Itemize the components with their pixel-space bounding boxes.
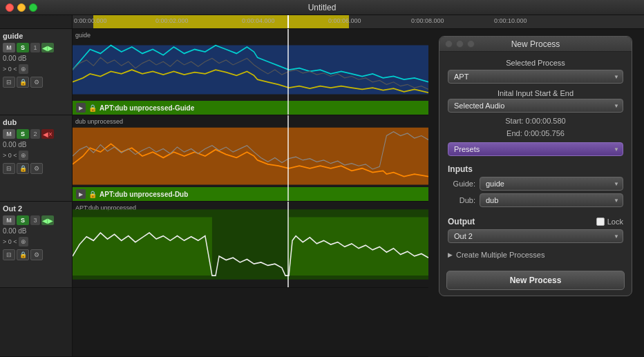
dub-speaker-button[interactable]: ◀× bbox=[41, 129, 54, 139]
out-vol-adjust[interactable]: ⊕ bbox=[19, 237, 28, 247]
presets-wrapper[interactable]: Presets bbox=[448, 142, 623, 156]
playhead bbox=[287, 15, 289, 28]
guide-icon-1[interactable]: ⊟ bbox=[3, 77, 15, 88]
presets-select[interactable]: Presets bbox=[448, 142, 623, 156]
guide-icon-row: ⊟ 🔒 ⚙ bbox=[3, 77, 69, 88]
guide-db: 0.00 dB bbox=[3, 55, 69, 62]
dub-track-controls: dub M S 2 ◀× 0.00 dB > 0 < ⊕ ⊟ 🔒 ⚙ bbox=[0, 115, 73, 201]
process-select[interactable]: APT bbox=[448, 70, 623, 84]
panel-max[interactable] bbox=[467, 40, 475, 48]
ruler-time-1: 0:00:02.000 bbox=[155, 17, 189, 24]
panel-titlebar: New Process bbox=[439, 37, 632, 52]
maximize-button[interactable] bbox=[29, 3, 37, 12]
tracks-area: guide M S 1 ◀▶ 0.00 dB > 0 < ⊕ ⊟ 🔒 ⚙ bbox=[0, 29, 428, 357]
new-process-panel: New Process Selected Process APT Inital … bbox=[439, 36, 632, 296]
guide-icon-2[interactable]: 🔒 bbox=[17, 77, 29, 88]
ruler-time-3: 0:00:06.000 bbox=[328, 17, 361, 24]
dub-icon-1[interactable]: ⊟ bbox=[3, 163, 15, 174]
guide-mute-button[interactable]: M bbox=[3, 43, 15, 52]
titlebar: Untitled bbox=[0, 0, 644, 15]
guide-btn-row: M S 1 ◀▶ bbox=[3, 43, 69, 52]
guide-icon-3[interactable]: ⚙ bbox=[30, 77, 43, 88]
dub-btn-row: M S 2 ◀× bbox=[3, 129, 69, 139]
dub-track-name: dub bbox=[3, 118, 69, 126]
guide-input-label: Guide: bbox=[448, 180, 475, 188]
minimize-button[interactable] bbox=[17, 3, 26, 12]
selected-audio-wrapper[interactable]: Selected Audio bbox=[448, 99, 623, 113]
out-mute-button[interactable]: M bbox=[3, 215, 15, 225]
dub-input-select[interactable]: dub bbox=[480, 193, 623, 207]
guide-track-canvas[interactable]: guide ▶ 🔒 APT:dub unprocessed-Guide bbox=[73, 29, 428, 115]
guide-label-text: APT:dub unprocessed-Guide bbox=[100, 104, 194, 112]
out-solo-button[interactable]: S bbox=[17, 215, 29, 225]
dub-play-btn[interactable]: ▶ bbox=[76, 189, 86, 199]
guide-play-btn[interactable]: ▶ bbox=[76, 103, 86, 113]
create-multiple-row[interactable]: ▶ Create Multiple Processes bbox=[448, 249, 623, 261]
dub-input-row: Dub: dub bbox=[448, 193, 623, 207]
ruler-time-2: 0:00:04.000 bbox=[242, 17, 275, 24]
out-speaker-button[interactable]: ◀▶ bbox=[41, 215, 54, 225]
output-select-wrapper[interactable]: Out 2 bbox=[448, 229, 623, 243]
svg-marker-1 bbox=[73, 128, 428, 185]
selected-audio-select[interactable]: Selected Audio bbox=[448, 99, 623, 113]
out-track-canvas[interactable]: APT:dub unprocessed bbox=[73, 202, 428, 287]
dub-icon-2[interactable]: 🔒 bbox=[17, 163, 29, 174]
ruler-marks[interactable]: 0:00:00.000 0:00:02.000 0:00:04.000 0:00… bbox=[73, 15, 644, 28]
out-icon-1[interactable]: ⊟ bbox=[3, 249, 15, 260]
right-panel-area: New Process Selected Process APT Inital … bbox=[428, 29, 644, 357]
close-button[interactable] bbox=[6, 3, 14, 12]
triangle-icon: ▶ bbox=[448, 251, 453, 258]
dub-track-canvas[interactable]: dub unprocessed ▶ 🔒 APT:dub unprocessed-… bbox=[73, 115, 428, 201]
selected-process-section: Selected Process APT bbox=[448, 59, 623, 84]
guide-input-select[interactable]: guide bbox=[480, 177, 623, 191]
lock-checkbox[interactable] bbox=[596, 218, 605, 226]
initial-input-label: Inital Input Start & End bbox=[448, 89, 623, 97]
output-select[interactable]: Out 2 bbox=[448, 229, 623, 243]
initial-input-section: Inital Input Start & End Selected Audio … bbox=[448, 89, 623, 156]
empty-controls bbox=[0, 288, 73, 356]
dub-vol-adjust[interactable]: ⊕ bbox=[19, 151, 28, 160]
guide-solo-button[interactable]: S bbox=[17, 43, 29, 52]
guide-track-controls: guide M S 1 ◀▶ 0.00 dB > 0 < ⊕ ⊟ 🔒 ⚙ bbox=[0, 29, 73, 115]
guide-track-num: 1 bbox=[30, 43, 40, 52]
inputs-section: Inputs Guide: guide Dub: du bbox=[448, 164, 623, 210]
out-icon-3[interactable]: ⚙ bbox=[30, 249, 43, 260]
ruler-time-0: 0:00:00.000 bbox=[74, 17, 107, 24]
dub-label-bar: ▶ 🔒 APT:dub unprocessed-Dub bbox=[73, 187, 428, 201]
start-end-text: Start: 0:00:00.580 End: 0:00:05.756 bbox=[448, 115, 623, 139]
dub-label-text: APT:dub unprocessed-Dub bbox=[100, 191, 188, 198]
out-icon-2[interactable]: 🔒 bbox=[17, 249, 29, 260]
guide-vol-adjust[interactable]: ⊕ bbox=[19, 64, 28, 74]
process-select-wrapper[interactable]: APT bbox=[448, 70, 623, 84]
start-value: 0:00:00.580 bbox=[526, 117, 566, 125]
end-label: End: bbox=[506, 129, 522, 137]
svg-marker-4 bbox=[289, 218, 428, 276]
start-label: Start: bbox=[505, 117, 523, 125]
svg-marker-3 bbox=[73, 218, 212, 276]
dub-input-label: Dub: bbox=[448, 196, 475, 204]
guide-lock-icon: 🔒 bbox=[88, 104, 97, 112]
dub-icon-3[interactable]: ⚙ bbox=[30, 163, 43, 174]
lock-label: Lock bbox=[607, 218, 623, 226]
window-title: Untitled bbox=[308, 3, 337, 12]
dub-track-num: 2 bbox=[30, 129, 40, 139]
panel-traffic-lights bbox=[445, 40, 475, 48]
panel-min[interactable] bbox=[456, 40, 464, 48]
guide-select-wrapper[interactable]: guide bbox=[480, 177, 623, 191]
main-area: guide M S 1 ◀▶ 0.00 dB > 0 < ⊕ ⊟ 🔒 ⚙ bbox=[0, 29, 644, 357]
out-track: Out 2 M S 3 ◀▶ 0.00 dB > 0 < ⊕ ⊟ 🔒 ⚙ bbox=[0, 202, 428, 288]
output-label: Output bbox=[448, 217, 475, 226]
dub-mute-button[interactable]: M bbox=[3, 129, 15, 139]
new-process-button[interactable]: New Process bbox=[446, 271, 625, 290]
guide-speaker-button[interactable]: ◀▶ bbox=[41, 43, 54, 52]
dub-solo-button[interactable]: S bbox=[17, 129, 29, 139]
create-multiple-label: Create Multiple Processes bbox=[456, 251, 544, 259]
ruler-selection bbox=[93, 15, 349, 28]
dub-icon-row: ⊟ 🔒 ⚙ bbox=[3, 163, 69, 174]
dub-select-wrapper[interactable]: dub bbox=[480, 193, 623, 207]
ruler-time-4: 0:00:08.000 bbox=[411, 17, 444, 24]
guide-vol-row: > 0 < ⊕ bbox=[3, 64, 69, 74]
panel-close[interactable] bbox=[445, 40, 453, 48]
out-icon-row: ⊟ 🔒 ⚙ bbox=[3, 249, 69, 260]
panel-body: Selected Process APT Inital Input Start … bbox=[439, 52, 632, 268]
